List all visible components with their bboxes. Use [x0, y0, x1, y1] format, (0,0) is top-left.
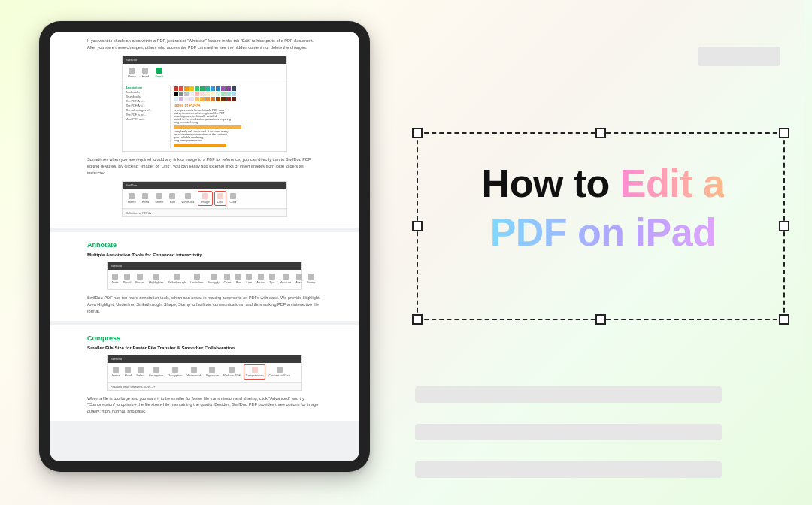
resize-handle-bl[interactable]	[412, 314, 423, 325]
tool-select[interactable]: Select	[153, 192, 165, 205]
tool-watermark[interactable]: Watermark	[185, 365, 202, 379]
tool-squiggly[interactable]: Squiggly	[206, 272, 220, 286]
compress-heading: Compress	[87, 334, 322, 342]
tool-hand[interactable]: Hand	[140, 192, 152, 205]
highlight-line	[174, 125, 241, 129]
text-selection-box[interactable]	[417, 132, 785, 320]
tool-signature[interactable]: Signature	[205, 365, 220, 379]
tool-link[interactable]: Link	[214, 191, 226, 206]
resize-handle-mr[interactable]	[779, 221, 789, 231]
tool-stamp[interactable]: Stamp	[305, 272, 317, 286]
resize-handle-ml[interactable]	[412, 221, 423, 231]
tool-note[interactable]: Note	[111, 272, 120, 286]
inset-titlebar: SwifDoo	[108, 355, 301, 363]
tool-box[interactable]: Box	[234, 272, 243, 286]
resize-handle-tr[interactable]	[779, 128, 789, 138]
document-page: If you want to shade an area within a PD…	[50, 32, 359, 461]
placeholder-top	[698, 47, 780, 66]
placeholder-line-1	[415, 386, 722, 403]
tool-select[interactable]: Select	[135, 365, 146, 379]
inset-titlebar: SwifDoo	[123, 56, 286, 64]
doc-tab: Fallout 4 Vault Dweller's Survi... ×	[108, 383, 301, 390]
ipad-screen: If you want to shade an area within a PD…	[50, 32, 359, 461]
placeholder-line-3	[415, 461, 722, 478]
inset-text: ts requirements for archivable PDF doc- …	[174, 109, 283, 124]
doc-tab: Definition of PDF/A ×	[123, 209, 286, 216]
tool-hand[interactable]: Hand	[123, 365, 134, 379]
tool-line[interactable]: Line	[244, 272, 253, 286]
resize-handle-br[interactable]	[779, 314, 789, 325]
annotate-sub: Multiple Annotation Tools for Enhanced I…	[87, 252, 322, 257]
compress-body: When a file is too large and you want it…	[87, 395, 322, 416]
resize-handle-bc[interactable]	[595, 314, 606, 325]
highlight-line-2	[174, 144, 226, 147]
placeholder-line-2	[415, 424, 722, 440]
tool-pencil[interactable]: Pencil	[121, 272, 132, 286]
section-whiteout: If you want to shade an area within a PD…	[50, 32, 359, 228]
resize-handle-tc[interactable]	[595, 128, 606, 138]
tool-home[interactable]: Home	[126, 192, 138, 205]
ipad-mockup: If you want to shade an area within a PD…	[39, 21, 370, 472]
inset-subheading: tages of PDF/A	[174, 103, 283, 107]
tool-compression[interactable]: Compression	[244, 364, 266, 380]
inset-whiteout-screenshot: SwifDoo Home Hand Select Annotations Boo…	[122, 56, 287, 152]
tool-measure[interactable]: Measure	[278, 272, 293, 286]
section-annotate: Annotate Multiple Annotation Tools for E…	[50, 232, 359, 321]
tool-select[interactable]: Select	[153, 66, 165, 80]
tool-area[interactable]: Area	[294, 272, 303, 286]
tool-decryption[interactable]: Decryption	[166, 365, 183, 379]
inset-annotate-toolbar: SwifDoo NotePencilEraserHighlighterStrik…	[107, 262, 302, 290]
inset-text-2: completely self-contained. It includes e…	[174, 130, 283, 142]
tool-white-out[interactable]: White-out	[179, 192, 196, 205]
tool-highlighter[interactable]: Highlighter	[147, 272, 165, 286]
inset-toolbar: Home Hand Select	[123, 64, 286, 83]
tool-reduce-pdf[interactable]: Reduce PDF	[222, 365, 242, 379]
tool-arrow[interactable]: Arrow	[255, 272, 265, 286]
tool-hand[interactable]: Hand	[140, 66, 152, 80]
tool-underline[interactable]: Underline	[189, 272, 205, 286]
inset-left-labels: Annotations Bookmarks Thumbnails The PDF…	[126, 86, 171, 148]
inset-toolbar-link: HomeHandSelectEditWhite-outImageLinkCrop	[123, 189, 286, 209]
inset-body: Annotations Bookmarks Thumbnails The PDF…	[123, 83, 286, 151]
annotate-toolbar: NotePencilEraserHighlighterStrikethrough…	[108, 270, 301, 289]
compress-toolbar: HomeHandSelectEncryptionDecryptionWaterm…	[108, 363, 301, 383]
tool-image[interactable]: Image	[198, 191, 212, 206]
tool-edit[interactable]: Edit	[167, 192, 177, 205]
tool-crop[interactable]: Crop	[228, 192, 239, 205]
inset-titlebar: SwifDoo	[123, 182, 286, 189]
annotate-heading: Annotate	[87, 241, 322, 249]
tool-eraser[interactable]: Eraser	[134, 272, 146, 286]
resize-handle-tl[interactable]	[412, 128, 423, 138]
inset-right-body: tages of PDF/A ts requirements for archi…	[171, 86, 283, 148]
edge-mask	[804, 0, 812, 505]
inset-link-screenshot: SwifDoo HomeHandSelectEditWhite-outImage…	[122, 181, 287, 217]
inset-compress-toolbar: SwifDoo HomeHandSelectEncryptionDecrypti…	[107, 355, 302, 391]
tool-home[interactable]: Home	[111, 365, 122, 379]
annotate-body: SwifDoo PDF has ten more annotation tool…	[87, 295, 322, 315]
section-compress: Compress Smaller File Size for Faster Fi…	[50, 325, 359, 422]
inset-titlebar: SwifDoo	[108, 262, 301, 270]
tool-encryption[interactable]: Encryption	[147, 365, 165, 379]
tool-strikethrough[interactable]: Strikethrough	[166, 272, 187, 286]
link-paragraph: Sometimes when you are required to add a…	[87, 156, 322, 177]
color-swatch-grid	[174, 86, 283, 101]
whiteout-paragraph: If you want to shade an area within a PD…	[87, 38, 322, 51]
compress-sub: Smaller File Size for Faster File Transf…	[87, 345, 322, 350]
tool-home[interactable]: Home	[126, 66, 138, 80]
tool-caret[interactable]: Caret	[223, 272, 233, 286]
tool-tips[interactable]: Tips	[268, 272, 277, 286]
tool-convert-to-scan[interactable]: Convert to Scan	[267, 365, 292, 379]
